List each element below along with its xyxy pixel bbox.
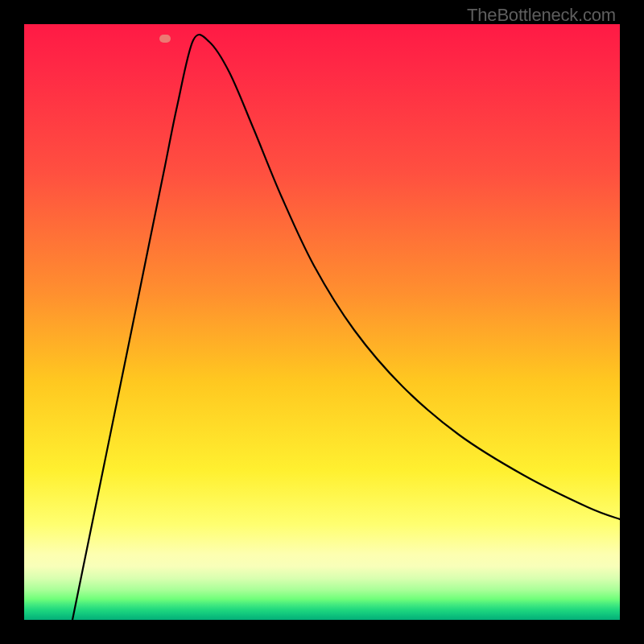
bottleneck-curve [24, 24, 620, 620]
bottleneck-marker [159, 35, 171, 43]
plot-area [24, 24, 620, 620]
chart-frame: TheBottleneck.com [0, 0, 644, 644]
attribution-text: TheBottleneck.com [467, 5, 616, 26]
